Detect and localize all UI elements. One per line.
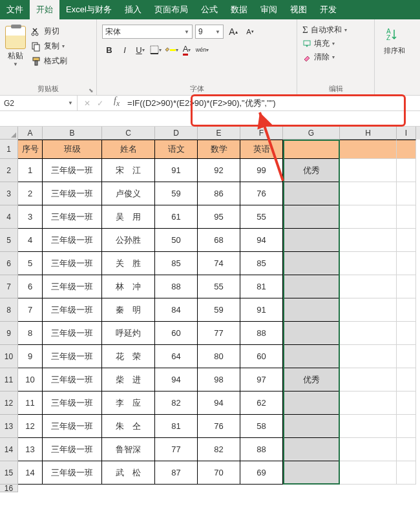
cell-seq[interactable]: 8	[18, 322, 43, 345]
cell-seq[interactable]: 7	[18, 298, 43, 322]
clear-button[interactable]: 清除 ▾	[302, 52, 369, 63]
cell-seq[interactable]: 12	[18, 415, 43, 438]
cell-name[interactable]: 花 荣	[102, 345, 155, 368]
cell-english[interactable]: 55	[240, 205, 283, 229]
decrease-font-button[interactable]: A▾	[243, 25, 257, 39]
col-header-e[interactable]: E	[198, 127, 240, 140]
cell-result[interactable]: 优秀	[283, 368, 340, 392]
cell-chinese[interactable]: 64	[155, 345, 198, 368]
cell[interactable]	[397, 298, 416, 322]
row-header[interactable]: 3	[0, 182, 18, 205]
cell[interactable]	[340, 392, 397, 415]
cell-math[interactable]: 86	[198, 182, 240, 205]
phonetic-button[interactable]: wén▾	[195, 43, 209, 57]
cell-chinese[interactable]: 82	[155, 392, 198, 415]
cell-result[interactable]	[283, 322, 340, 345]
cell-math[interactable]: 76	[198, 415, 240, 438]
cell-math[interactable]: 55	[198, 275, 240, 298]
header-seq[interactable]: 序号	[18, 140, 43, 159]
accept-formula-icon[interactable]: ✓	[97, 99, 103, 108]
cell[interactable]	[340, 322, 397, 345]
cell[interactable]	[397, 438, 416, 461]
menu-view[interactable]: 视图	[284, 0, 313, 19]
cell-math[interactable]: 68	[198, 229, 240, 252]
row-header[interactable]: 6	[0, 252, 18, 275]
cell-class[interactable]: 三年级一班	[43, 345, 102, 368]
cell-chinese[interactable]: 61	[155, 205, 198, 229]
cell-name[interactable]: 武 松	[102, 461, 155, 485]
cell-class[interactable]: 三年级一班	[43, 415, 102, 438]
cell-english[interactable]: 60	[240, 345, 283, 368]
cell-class[interactable]: 三年级一班	[43, 392, 102, 415]
border-button[interactable]: ▾	[149, 43, 163, 57]
header-english[interactable]: 英语	[240, 140, 283, 159]
cell[interactable]	[397, 345, 416, 368]
cell-result[interactable]: 优秀	[283, 159, 340, 182]
row-header[interactable]: 8	[0, 298, 18, 322]
cell[interactable]	[340, 159, 397, 182]
cell-math[interactable]: 59	[198, 298, 240, 322]
cell-result[interactable]	[283, 229, 340, 252]
row-header[interactable]: 10	[0, 345, 18, 368]
cell-class[interactable]: 三年级一班	[43, 182, 102, 205]
cell-chinese[interactable]: 84	[155, 298, 198, 322]
cell-english[interactable]: 97	[240, 368, 283, 392]
cell[interactable]	[340, 229, 397, 252]
cell-seq[interactable]: 5	[18, 252, 43, 275]
cell-english[interactable]: 91	[240, 298, 283, 322]
cell-result[interactable]	[283, 252, 340, 275]
cell-result[interactable]	[283, 205, 340, 229]
underline-button[interactable]: U▾	[133, 43, 147, 57]
row-header[interactable]: 9	[0, 322, 18, 345]
cell[interactable]	[397, 368, 416, 392]
cell-english[interactable]: 99	[240, 159, 283, 182]
menu-excel-finance[interactable]: Excel与财务	[59, 0, 118, 19]
cell[interactable]	[397, 252, 416, 275]
cell[interactable]	[340, 275, 397, 298]
cell-math[interactable]: 98	[198, 368, 240, 392]
cell-result[interactable]	[283, 415, 340, 438]
row-header[interactable]: 14	[0, 438, 18, 461]
cell-name[interactable]: 卢俊义	[102, 182, 155, 205]
cell-result[interactable]	[283, 461, 340, 485]
cell-result[interactable]	[283, 438, 340, 461]
col-header-c[interactable]: C	[102, 127, 155, 140]
formula-bar[interactable]: =IF((D2>90)*(E2>90)*(F2>90),"优秀","")	[123, 96, 420, 110]
row-header[interactable]: 11	[0, 368, 18, 392]
row-header[interactable]: 7	[0, 275, 18, 298]
row-header[interactable]: 15	[0, 461, 18, 485]
col-header-d[interactable]: D	[155, 127, 198, 140]
menu-review[interactable]: 审阅	[254, 0, 284, 19]
cell[interactable]	[340, 182, 397, 205]
menu-insert[interactable]: 插入	[118, 0, 148, 19]
col-header-h[interactable]: H	[340, 127, 397, 140]
cell-english[interactable]: 85	[240, 252, 283, 275]
cell-english[interactable]: 76	[240, 182, 283, 205]
cell-chinese[interactable]: 59	[155, 182, 198, 205]
cell-seq[interactable]: 9	[18, 345, 43, 368]
fill-button[interactable]: 填充 ▾	[302, 38, 369, 49]
cell-math[interactable]: 80	[198, 345, 240, 368]
cell[interactable]	[397, 182, 416, 205]
fx-icon[interactable]: fx	[110, 96, 123, 110]
cell-chinese[interactable]: 60	[155, 322, 198, 345]
cell-class[interactable]: 三年级一班	[43, 461, 102, 485]
col-header-g[interactable]: G	[283, 127, 340, 140]
cell-english[interactable]: 62	[240, 392, 283, 415]
cell-seq[interactable]: 10	[18, 368, 43, 392]
cell-math[interactable]: 95	[198, 205, 240, 229]
cell-english[interactable]: 94	[240, 229, 283, 252]
cell-result[interactable]	[283, 298, 340, 322]
cell-name[interactable]: 李 应	[102, 392, 155, 415]
sort-filter-button[interactable]: AZ 排序和	[380, 22, 408, 56]
cell-seq[interactable]: 11	[18, 392, 43, 415]
cell-name[interactable]: 呼延灼	[102, 322, 155, 345]
cell-seq[interactable]: 2	[18, 182, 43, 205]
cell[interactable]	[397, 461, 416, 485]
cell-name[interactable]: 朱 仝	[102, 415, 155, 438]
cell[interactable]	[340, 252, 397, 275]
cell-name[interactable]: 关 胜	[102, 252, 155, 275]
cell-chinese[interactable]: 85	[155, 252, 198, 275]
cell-chinese[interactable]: 81	[155, 415, 198, 438]
menu-formulas[interactable]: 公式	[194, 0, 224, 19]
